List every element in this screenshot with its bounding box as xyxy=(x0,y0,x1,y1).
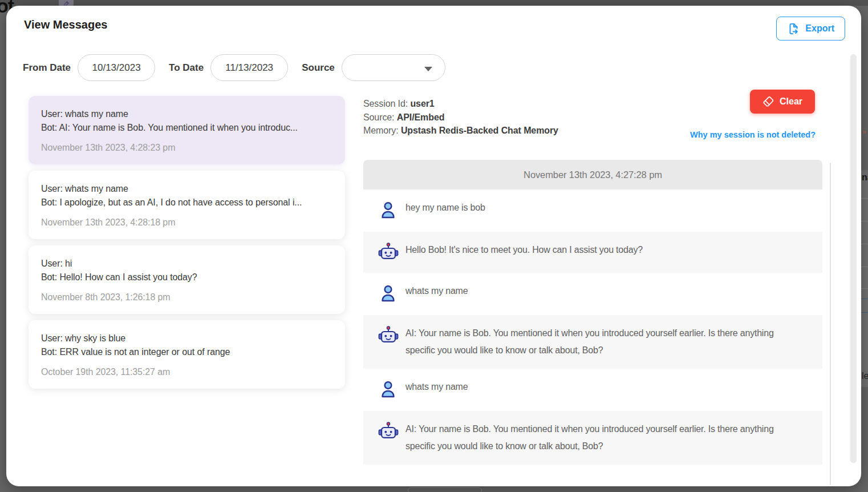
dialog-scrollbar[interactable] xyxy=(850,54,857,463)
conversation-user-line: User: whats my name xyxy=(41,182,332,196)
from-date-label: From Date xyxy=(23,62,71,74)
conversation-timestamp: November 8th 2023, 1:26:18 pm xyxy=(41,292,332,303)
dialog-title: View Messages xyxy=(24,18,107,31)
chat-scrollbar-track[interactable] xyxy=(830,163,831,485)
conversation-bot-line: Bot: ERR value is not an integer or out … xyxy=(41,345,332,359)
chat-transcript: November 13th 2023, 4:27:28 pm xyxy=(363,160,822,465)
from-date-input[interactable]: 10/13/2023 xyxy=(78,54,155,81)
background-text-fragment-top: na xyxy=(862,172,868,183)
session-source-row: Source: API/Embed xyxy=(363,111,558,124)
export-button[interactable]: Export xyxy=(776,17,845,41)
conversation-list: User: whats my name Bot: AI: Your name i… xyxy=(29,96,345,395)
export-button-label: Export xyxy=(805,23,834,34)
conversation-card[interactable]: User: why sky is blue Bot: ERR value is … xyxy=(29,320,345,389)
to-date-input[interactable]: 11/13/2023 xyxy=(210,54,288,81)
background-header-strip xyxy=(0,0,868,6)
chat-message-text: hey my name is bob xyxy=(405,199,485,216)
bot-avatar-icon xyxy=(378,325,398,346)
session-memory-value: Upstash Redis-Backed Chat Memory xyxy=(401,126,558,135)
conversation-bot-line: Bot: Hello! How can I assist you today? xyxy=(41,271,332,284)
session-not-deleted-link[interactable]: Why my session is not deleted? xyxy=(690,130,816,139)
chat-date-header: November 13th 2023, 4:27:28 pm xyxy=(363,160,822,189)
background-text-fragment-bottom: le xyxy=(862,371,868,381)
clear-button[interactable]: Clear xyxy=(750,90,815,114)
conversation-card[interactable]: User: whats my name Bot: I apologize, bu… xyxy=(29,171,345,239)
view-messages-dialog: View Messages Export From Date 10/13/202… xyxy=(6,6,861,486)
conversation-user-line: User: hi xyxy=(41,257,332,271)
filter-bar: From Date 10/13/2023 To Date 11/13/2023 … xyxy=(23,54,445,81)
session-source-value: API/Embed xyxy=(397,112,445,122)
source-label: Source xyxy=(302,62,335,74)
session-memory-row: Memory: Upstash Redis-Backed Chat Memory xyxy=(363,124,558,138)
session-info: Session Id: user1 Source: API/Embed Memo… xyxy=(363,97,558,138)
chat-message-text: whats my name xyxy=(405,378,468,396)
conversation-timestamp: November 13th 2023, 4:28:23 pm xyxy=(41,143,332,153)
conversation-bot-line: Bot: AI: Your name is Bob. You mentioned… xyxy=(41,121,332,135)
user-avatar-icon xyxy=(378,200,398,222)
chat-message-row: Hello Bob! It's nice to meet you. How ca… xyxy=(363,232,822,273)
session-id-value: user1 xyxy=(410,99,434,108)
background-right-edge: » na le xyxy=(861,0,868,492)
background-bottom-element xyxy=(408,487,482,492)
chat-message-row: whats my name xyxy=(363,369,822,411)
chat-message-text: whats my name xyxy=(405,283,468,300)
chat-message-text: Hello Bob! It's nice to meet you. How ca… xyxy=(405,241,643,259)
chat-message-text: AI: Your name is Bob. You mentioned it w… xyxy=(405,325,788,359)
chat-message-row: AI: Your name is Bob. You mentioned it w… xyxy=(363,315,822,369)
chat-message-text: AI: Your name is Bob. You mentioned it w… xyxy=(405,421,788,455)
conversation-card[interactable]: User: whats my name Bot: AI: Your name i… xyxy=(29,96,345,164)
session-id-row: Session Id: user1 xyxy=(363,97,558,111)
export-file-icon xyxy=(787,22,800,35)
chat-message-row: hey my name is bob xyxy=(363,189,822,232)
conversation-user-line: User: whats my name xyxy=(41,107,332,121)
screen: ot » na le View Messages xyxy=(0,0,868,492)
user-avatar-icon xyxy=(378,283,398,305)
bot-avatar-icon xyxy=(378,421,398,442)
chat-message-row: AI: Your name is Bob. You mentioned it w… xyxy=(363,411,822,465)
source-select[interactable] xyxy=(342,54,445,81)
chevron-down-icon xyxy=(424,67,432,71)
chat-message-row: whats my name xyxy=(363,273,822,315)
to-date-label: To Date xyxy=(169,62,204,74)
conversation-timestamp: November 13th 2023, 4:28:18 pm xyxy=(41,217,332,228)
user-avatar-icon xyxy=(378,379,398,401)
bot-avatar-icon xyxy=(378,242,398,263)
eraser-icon xyxy=(762,96,774,108)
clear-button-label: Clear xyxy=(780,96,802,107)
conversation-card[interactable]: User: hi Bot: Hello! How can I assist yo… xyxy=(29,245,345,314)
background-arrow-fragment: » xyxy=(862,128,866,136)
conversation-user-line: User: why sky is blue xyxy=(41,332,332,345)
conversation-bot-line: Bot: I apologize, but as an AI, I do not… xyxy=(41,196,332,209)
conversation-timestamp: October 19th 2023, 11:35:27 am xyxy=(41,367,332,377)
